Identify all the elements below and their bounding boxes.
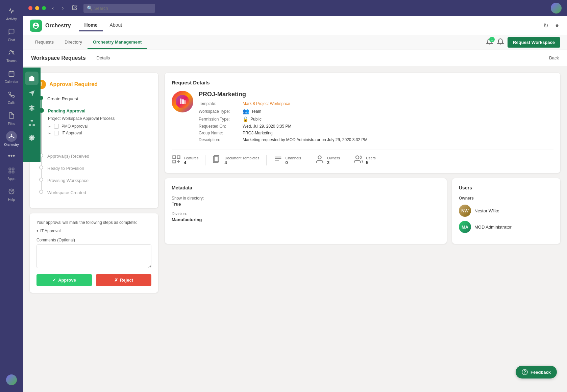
orch-nav-home[interactable]: [25, 72, 39, 85]
back-button[interactable]: ‹: [50, 4, 56, 12]
svg-marker-21: [29, 105, 35, 108]
orch-nav-layers[interactable]: [25, 101, 39, 115]
edit-button[interactable]: [70, 3, 79, 13]
reject-button[interactable]: ✗ Reject: [96, 274, 151, 286]
sidebar-item-help[interactable]: Help: [0, 183, 23, 204]
nav-about[interactable]: About: [104, 20, 128, 31]
permission-label: Permission Type:: [199, 117, 243, 122]
window-minimize[interactable]: [35, 6, 39, 10]
doc-templates-icon: [212, 155, 222, 166]
stat-channels: Channels 0: [273, 155, 301, 166]
top-user-avatar[interactable]: [551, 3, 562, 14]
bottom-row: Metadata Show in directory: True Divisio…: [165, 178, 560, 244]
request-workspace-button[interactable]: Request Workspace: [508, 37, 560, 48]
svg-rect-23: [29, 124, 31, 126]
orch-nav-settings[interactable]: [25, 131, 39, 145]
step-dot-5: [39, 178, 43, 182]
stat-divider-3: [308, 155, 308, 165]
sidebar-item-chat[interactable]: Chat: [0, 24, 23, 45]
requested-on-label: Requested On:: [199, 124, 243, 129]
group-name-label: Group Name:: [199, 131, 243, 135]
pmo-arrow: ►: [48, 125, 51, 128]
sidebar-item-teams[interactable]: Teams: [0, 45, 23, 66]
sidebar-item-apps[interactable]: Apps: [0, 162, 23, 183]
step-line-3: [41, 157, 42, 165]
users-stat-label: Users: [366, 156, 376, 160]
window-close[interactable]: [28, 6, 32, 10]
content-area: Orchestry Home About ↻ ● Requests Direct…: [23, 16, 567, 392]
step-label-5: Provising Workspace: [47, 178, 151, 184]
window-maximize[interactable]: [42, 6, 46, 10]
sidebar-item-calls[interactable]: Calls: [0, 86, 23, 107]
orch-nav-send[interactable]: [25, 86, 39, 100]
pmo-checkbox[interactable]: [54, 124, 59, 129]
svg-rect-14: [12, 168, 14, 170]
alerts-bell-wrapper[interactable]: [497, 38, 504, 47]
sidebar-more[interactable]: •••: [8, 152, 15, 160]
nav-home[interactable]: Home: [79, 20, 103, 31]
search-input[interactable]: [83, 4, 155, 13]
tab-directory[interactable]: Directory: [59, 36, 88, 49]
approve-button[interactable]: ✓ Approve: [36, 274, 92, 286]
step-connector-4: [39, 165, 43, 178]
stepper: Create Request Pending Approva: [36, 96, 151, 201]
step-pending-approval: Pending Approval Project Workspace Appro…: [39, 108, 151, 153]
workspace-type-label: Workspace Type:: [199, 109, 243, 114]
orch-nav-org[interactable]: [25, 116, 39, 130]
reject-label: Reject: [120, 278, 133, 283]
svg-point-0: [10, 50, 11, 52]
step-content-3: Approval(s) Received: [47, 153, 151, 165]
step-approvals-received: Approval(s) Received: [39, 153, 151, 165]
notification-bell-wrapper[interactable]: 1: [486, 38, 493, 47]
mod-name: MOD Administrator: [474, 225, 512, 230]
step-content-2: Pending Approval Project Workspace Appro…: [48, 108, 151, 142]
users-stat-value: 5: [366, 160, 376, 165]
sidebar-item-files[interactable]: Files: [0, 107, 23, 128]
division-value: Manufacturing: [172, 217, 440, 222]
stat-doc-templates: Document Templates 4: [212, 155, 259, 166]
stat-features: Features 4: [172, 155, 198, 166]
description-label: Description:: [199, 137, 243, 142]
doc-templates-label: Document Templates: [224, 156, 259, 160]
refresh-button[interactable]: ↻: [542, 21, 550, 31]
sidebar-item-calendar[interactable]: Calendar: [0, 66, 23, 86]
approval-header: ! Approval Required: [36, 80, 151, 89]
step-dot-6: [39, 190, 43, 194]
nestor-avatar: NW: [459, 205, 471, 217]
stat-users: Users 5: [354, 155, 376, 166]
details-tab[interactable]: Details: [93, 55, 114, 61]
metadata-title: Metadata: [172, 185, 440, 190]
stat-divider-2: [266, 155, 267, 165]
reject-x: ✗: [114, 278, 118, 283]
step-create-request: Create Request: [39, 96, 151, 108]
template-value[interactable]: Mark 8 Project Workspace: [243, 101, 290, 106]
subprocess-title: Project Workspace Approval Process: [48, 116, 151, 121]
orchestry-side-nav: [23, 68, 41, 162]
template-label: Template:: [199, 101, 243, 106]
sidebar-item-activity[interactable]: Activity: [0, 3, 23, 24]
stats-row: Features 4 Document Templates: [172, 150, 553, 166]
tab-orchestry-management[interactable]: Orchestry Management: [88, 36, 147, 49]
meta-show-directory: Show in directory: True: [172, 196, 440, 207]
tabs-bar: Requests Directory Orchestry Management …: [23, 35, 567, 50]
doc-templates-info: Document Templates 4: [224, 156, 259, 165]
comments-textarea[interactable]: [36, 244, 151, 268]
forward-button[interactable]: ›: [60, 4, 66, 12]
features-value: 4: [184, 160, 198, 165]
workspace-type-value: Team: [251, 109, 261, 114]
globe-button[interactable]: ●: [554, 21, 560, 30]
feedback-button[interactable]: ? Feedback: [516, 366, 557, 378]
bullet-dot: •: [36, 228, 38, 234]
step-content-1: Create Request: [47, 96, 151, 107]
meta-division: Division: Manufacturing: [172, 211, 440, 222]
workspace-avatar: [172, 91, 193, 112]
step-content-5: Provising Workspace: [47, 178, 151, 189]
sidebar-item-orchestry[interactable]: Orchestry: [0, 128, 23, 149]
field-permission-type: Permission Type: 🔓 Public: [199, 116, 553, 122]
user-avatar[interactable]: [6, 374, 17, 385]
tab-requests[interactable]: Requests: [30, 36, 59, 49]
left-panel: ! Approval Required Cr: [30, 73, 158, 384]
details-title: Request Details: [172, 80, 553, 85]
back-link[interactable]: Back: [549, 55, 559, 60]
it-checkbox[interactable]: [54, 131, 59, 135]
